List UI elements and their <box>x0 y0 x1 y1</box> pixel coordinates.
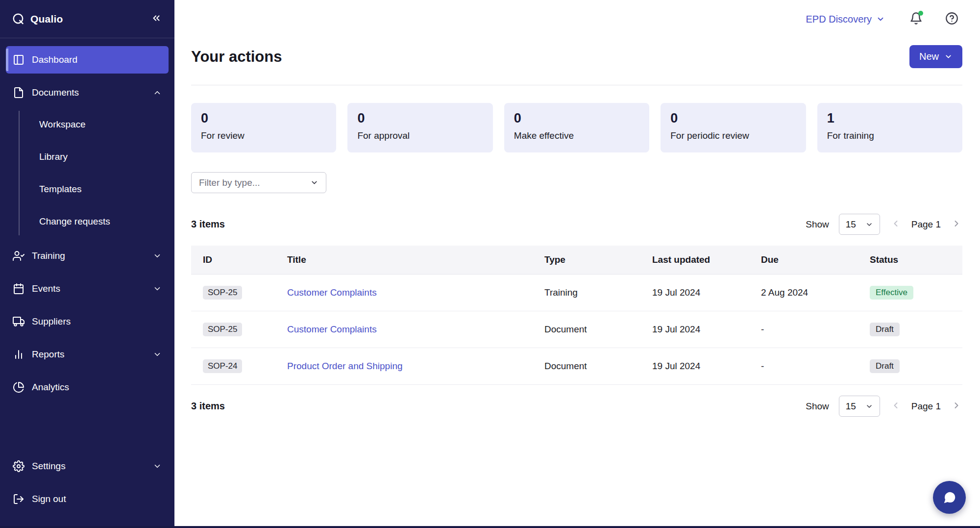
status-badge: Draft <box>870 323 900 336</box>
notifications-button[interactable] <box>908 11 924 27</box>
new-button-label: New <box>919 51 939 62</box>
notification-dot <box>918 11 923 16</box>
cell-type: Training <box>537 275 644 311</box>
chevron-right-icon <box>952 219 961 228</box>
table-row: SOP-25 Customer Complaints Training 19 J… <box>191 275 962 311</box>
chevron-down-icon <box>153 284 162 293</box>
stat-label: For approval <box>357 130 483 141</box>
pagination-bottom: Show 15 Page 1 <box>806 396 962 417</box>
sidebar-item-training[interactable]: Training <box>6 242 169 270</box>
sidebar-item-label: Events <box>32 283 60 294</box>
workspace-name: EPD Discovery <box>806 14 872 25</box>
filter-by-type-select[interactable]: Filter by type... <box>191 172 326 193</box>
sidebar-collapse-button[interactable] <box>149 11 164 27</box>
new-button[interactable]: New <box>909 45 962 68</box>
document-link[interactable]: Customer Complaints <box>287 324 377 334</box>
sidebar-item-analytics[interactable]: Analytics <box>6 374 169 401</box>
stat-value: 0 <box>201 111 326 126</box>
calendar-icon <box>13 283 24 295</box>
document-link[interactable]: Product Order and Shipping <box>287 361 403 371</box>
sidebar-item-change-requests[interactable]: Change requests <box>33 208 169 235</box>
truck-icon <box>13 316 24 327</box>
stat-card-for-approval[interactable]: 0 For approval <box>347 103 492 152</box>
sidebar-item-label: Change requests <box>39 216 110 227</box>
brand-name: Qualio <box>30 13 63 25</box>
cell-due: - <box>753 348 862 385</box>
sidebar-item-suppliers[interactable]: Suppliers <box>6 308 169 335</box>
stat-label: For review <box>201 130 326 141</box>
user-check-icon <box>13 250 24 262</box>
page-size-value: 15 <box>846 401 856 412</box>
chevron-down-icon <box>153 251 162 260</box>
show-label: Show <box>806 219 829 230</box>
sidebar-item-documents[interactable]: Documents <box>6 79 169 106</box>
stat-label: For periodic review <box>670 130 796 141</box>
sidebar-item-templates[interactable]: Templates <box>33 176 169 203</box>
chat-icon <box>942 490 957 505</box>
stat-card-for-review[interactable]: 0 For review <box>191 103 336 152</box>
stat-label: Make effective <box>514 130 639 141</box>
document-link[interactable]: Customer Complaints <box>287 287 377 298</box>
sidebar-item-library[interactable]: Library <box>33 143 169 171</box>
stat-card-make-effective[interactable]: 0 Make effective <box>504 103 649 152</box>
table-row: SOP-25 Customer Complaints Document 19 J… <box>191 311 962 348</box>
actions-table: ID Title Type Last updated Due Status SO… <box>191 246 962 385</box>
doc-id-badge: SOP-25 <box>203 286 242 300</box>
brand: Qualio <box>12 12 63 25</box>
workspace-switcher[interactable]: EPD Discovery <box>803 13 888 25</box>
stat-card-for-periodic-review[interactable]: 0 For periodic review <box>661 103 806 152</box>
cell-last-updated: 19 Jul 2024 <box>644 311 753 348</box>
sidebar-item-dashboard[interactable]: Dashboard <box>6 46 169 74</box>
chevron-down-icon <box>865 402 873 410</box>
sidebar-item-label: Suppliers <box>32 316 71 327</box>
bar-chart-icon <box>13 349 24 360</box>
sidebar-item-label: Reports <box>32 349 65 360</box>
sidebar-item-workspace[interactable]: Workspace <box>33 111 169 138</box>
sidebar-footer: Settings Sign out <box>0 448 174 528</box>
stat-value: 1 <box>827 111 953 126</box>
prev-page-button[interactable] <box>890 218 902 231</box>
sidebar: Qualio Dashboard Documents <box>0 0 174 528</box>
topbar: EPD Discovery <box>174 0 980 38</box>
next-page-button[interactable] <box>951 218 962 231</box>
column-header-due: Due <box>753 246 862 275</box>
chevron-down-icon <box>153 462 162 471</box>
main-area: EPD Discovery Your actions <box>174 0 980 528</box>
page-size-select[interactable]: 15 <box>839 214 880 235</box>
table-header-row: ID Title Type Last updated Due Status <box>191 246 962 275</box>
sidebar-item-sign-out[interactable]: Sign out <box>6 485 169 513</box>
sidebar-item-events[interactable]: Events <box>6 275 169 302</box>
doc-id-badge: SOP-24 <box>203 359 242 373</box>
help-button[interactable] <box>944 11 959 27</box>
chevron-down-icon <box>310 178 318 187</box>
page-size-value: 15 <box>846 219 856 230</box>
stat-card-for-training[interactable]: 1 For training <box>817 103 962 152</box>
pie-chart-icon <box>13 381 24 393</box>
documents-submenu: Workspace Library Templates Change reque… <box>19 111 169 235</box>
filter-placeholder: Filter by type... <box>199 177 260 188</box>
chevron-right-icon <box>952 401 961 410</box>
prev-page-button-bottom[interactable] <box>890 400 902 413</box>
chat-launcher-button[interactable] <box>933 481 966 514</box>
next-page-button-bottom[interactable] <box>951 400 962 413</box>
sidebar-item-settings[interactable]: Settings <box>6 453 169 480</box>
sidebar-item-label: Workspace <box>39 119 86 130</box>
show-label: Show <box>806 401 829 412</box>
document-icon <box>13 87 24 99</box>
cell-type: Document <box>537 311 644 348</box>
sidebar-item-label: Sign out <box>32 494 66 504</box>
stat-value: 0 <box>670 111 796 126</box>
sidebar-item-reports[interactable]: Reports <box>6 341 169 368</box>
sidebar-item-label: Dashboard <box>32 54 77 65</box>
doc-id-badge: SOP-25 <box>203 323 242 336</box>
chevron-up-icon <box>153 88 162 97</box>
column-header-last-updated: Last updated <box>644 246 753 275</box>
bottom-edge <box>0 526 980 528</box>
column-header-type: Type <box>537 246 644 275</box>
cell-due: 2 Aug 2024 <box>753 275 862 311</box>
page-size-select-bottom[interactable]: 15 <box>839 396 880 417</box>
items-count-top: 3 items <box>191 219 225 230</box>
chevron-down-icon <box>876 15 885 24</box>
list-footer: 3 items Show 15 Page 1 <box>191 396 962 417</box>
page-title: Your actions <box>191 48 282 66</box>
